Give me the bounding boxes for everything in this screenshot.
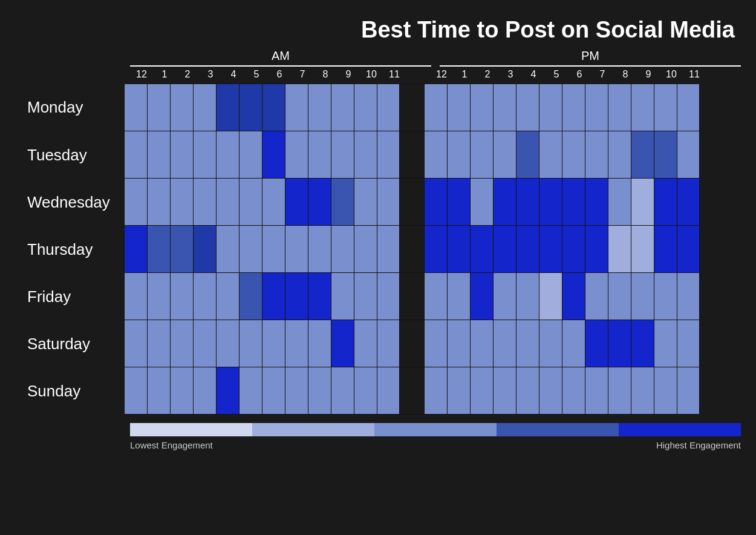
heat-cell-tuesday-22 (654, 131, 677, 178)
day-row-thursday: Thursday (130, 226, 741, 273)
heat-cell-wednesday-20 (608, 179, 631, 225)
heat-cell-wednesday-17 (539, 179, 562, 225)
heat-cell-friday-14 (470, 273, 493, 320)
hour-pm-7: 7 (591, 69, 614, 80)
heat-cell-saturday-7 (285, 320, 308, 367)
heat-cell-wednesday-2 (170, 179, 193, 225)
heat-cell-monday-22 (654, 84, 677, 131)
heat-cell-sunday-20 (608, 367, 631, 414)
heat-cell-saturday-1 (147, 320, 170, 367)
heatmap-row-wednesday (124, 179, 700, 226)
heat-cell-tuesday-4 (216, 131, 239, 178)
heat-cell-wednesday-16 (516, 179, 539, 225)
heat-cell-friday-21 (631, 273, 654, 320)
heat-cell-thursday-12 (424, 226, 447, 272)
heat-cell-friday-1 (147, 273, 170, 320)
heat-cell-sunday-13 (447, 367, 470, 414)
page-container: Best Time to Post on Social Media AM PM … (0, 0, 756, 450)
heat-cell-wednesday-15 (493, 179, 516, 225)
day-row-tuesday: Tuesday (130, 131, 741, 179)
heat-cell-tuesday-2 (170, 131, 193, 178)
heat-cell-tuesday-13 (447, 131, 470, 178)
day-label-thursday: Thursday (27, 226, 124, 273)
heat-cell-saturday-8 (308, 320, 331, 367)
heat-cell-wednesday-5 (239, 179, 262, 225)
day-label-saturday: Saturday (27, 320, 124, 367)
heat-cell-saturday-14 (470, 320, 493, 367)
hour-pm-10: 10 (660, 69, 683, 80)
heat-cell-wednesday-4 (216, 179, 239, 225)
heatmap-gap (400, 84, 424, 131)
heat-cell-tuesday-1 (147, 131, 170, 178)
heat-cell-friday-6 (262, 273, 285, 320)
am-line (130, 65, 431, 67)
hour-pm-5: 5 (545, 69, 568, 80)
heatmap-gap (400, 367, 424, 414)
heat-cell-friday-12 (424, 273, 447, 320)
heat-cell-thursday-5 (239, 226, 262, 272)
heatmap-row-thursday (124, 226, 700, 273)
heat-cell-saturday-20 (608, 320, 631, 367)
heat-cell-wednesday-7 (285, 179, 308, 225)
heat-cell-thursday-14 (470, 226, 493, 272)
heat-cell-thursday-17 (539, 226, 562, 272)
heat-cell-monday-5 (239, 84, 262, 131)
heat-cell-friday-4 (216, 273, 239, 320)
heat-cell-saturday-9 (331, 320, 354, 367)
heat-cell-wednesday-10 (354, 179, 377, 225)
hour-pm-11: 11 (683, 69, 706, 80)
heat-cell-sunday-6 (262, 367, 285, 414)
heat-cell-wednesday-11 (377, 179, 400, 225)
heat-cell-monday-9 (331, 84, 354, 131)
heat-cell-thursday-11 (377, 226, 400, 272)
heat-cell-monday-2 (170, 84, 193, 131)
heat-cell-thursday-21 (631, 226, 654, 272)
heat-cell-thursday-16 (516, 226, 539, 272)
heat-cell-friday-5 (239, 273, 262, 320)
heat-cell-friday-8 (308, 273, 331, 320)
heat-cell-saturday-23 (677, 320, 700, 367)
legend-segment-1 (252, 423, 374, 436)
heat-cell-saturday-21 (631, 320, 654, 367)
heat-cell-friday-20 (608, 273, 631, 320)
heat-cell-friday-22 (654, 273, 677, 320)
hour-pm-3: 3 (499, 69, 522, 80)
heat-cell-thursday-10 (354, 226, 377, 272)
heat-cell-sunday-22 (654, 367, 677, 414)
heat-cell-tuesday-6 (262, 131, 285, 178)
heat-cell-monday-21 (631, 84, 654, 131)
hour-am-5: 5 (245, 69, 268, 80)
legend-container: Lowest Engagement Highest Engagement (130, 423, 741, 450)
heat-cell-wednesday-19 (585, 179, 608, 225)
heat-cell-thursday-1 (147, 226, 170, 272)
heat-cell-sunday-14 (470, 367, 493, 414)
heat-cell-sunday-18 (562, 367, 585, 414)
heat-cell-monday-0 (124, 84, 147, 131)
heat-cell-sunday-23 (677, 367, 700, 414)
heat-cell-tuesday-9 (331, 131, 354, 178)
heat-cell-saturday-15 (493, 320, 516, 367)
heat-cell-thursday-6 (262, 226, 285, 272)
pm-line (440, 65, 741, 67)
heat-cell-monday-4 (216, 84, 239, 131)
heat-cell-monday-15 (493, 84, 516, 131)
day-label-sunday: Sunday (27, 367, 124, 415)
hour-pm-12: 12 (430, 69, 453, 80)
heat-cell-wednesday-22 (654, 179, 677, 225)
heat-cell-wednesday-0 (124, 179, 147, 225)
heat-cell-friday-11 (377, 273, 400, 320)
heat-cell-thursday-0 (124, 226, 147, 272)
heat-cell-tuesday-19 (585, 131, 608, 178)
heat-cell-thursday-7 (285, 226, 308, 272)
hour-am-6: 6 (268, 69, 291, 80)
heat-cell-sunday-10 (354, 367, 377, 414)
legend-labels: Lowest Engagement Highest Engagement (130, 440, 741, 450)
page-title: Best Time to Post on Social Media (361, 17, 735, 42)
heat-cell-wednesday-9 (331, 179, 354, 225)
heat-cell-wednesday-3 (193, 179, 216, 225)
heat-cell-wednesday-14 (470, 179, 493, 225)
heat-cell-friday-13 (447, 273, 470, 320)
heat-cell-saturday-17 (539, 320, 562, 367)
heat-cell-monday-11 (377, 84, 400, 131)
heat-cell-saturday-16 (516, 320, 539, 367)
